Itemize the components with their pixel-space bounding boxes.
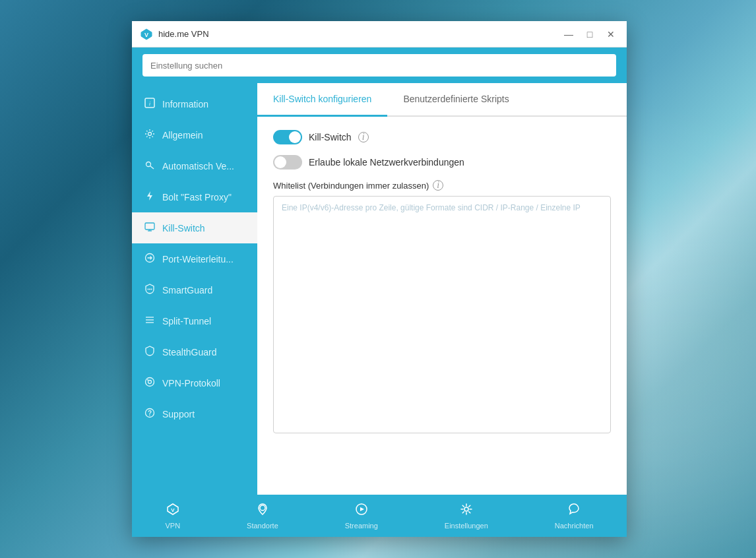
key-icon xyxy=(144,160,156,172)
nav-streaming-label: Streaming xyxy=(345,522,378,530)
window-controls: — □ ✕ xyxy=(561,26,619,42)
port-icon xyxy=(144,253,156,265)
kill-switch-toggle-row: Kill-Switch i xyxy=(273,130,611,144)
sidebar-item-label: Split-Tunnel xyxy=(162,316,211,326)
app-title: hide.me VPN xyxy=(158,29,561,39)
vpn-protokoll-icon xyxy=(144,377,156,389)
local-network-track[interactable] xyxy=(273,155,302,170)
nav-item-einstellungen[interactable]: Einstellungen xyxy=(434,497,499,535)
app-window: V hide.me VPN — □ ✕ i Information xyxy=(132,21,627,537)
bolt-icon xyxy=(144,191,156,203)
nav-einstellungen-label: Einstellungen xyxy=(445,522,488,530)
sidebar-item-label: Bolt "Fast Proxy" xyxy=(162,192,232,202)
minimize-button[interactable]: — xyxy=(561,26,577,42)
svg-text:V: V xyxy=(144,32,148,38)
svg-marker-7 xyxy=(147,191,152,201)
sidebar-item-label: Port-Weiterleitu... xyxy=(162,254,234,264)
smartguard-icon xyxy=(144,284,156,296)
svg-point-28 xyxy=(464,507,468,511)
monitor-icon xyxy=(144,222,156,234)
svg-point-20 xyxy=(147,379,148,381)
split-icon xyxy=(144,315,156,327)
close-button[interactable]: ✕ xyxy=(603,26,619,42)
kill-switch-thumb xyxy=(289,131,301,143)
sidebar-item-vpn-protokoll[interactable]: VPN-Protokoll xyxy=(132,367,257,398)
svg-point-18 xyxy=(146,378,154,387)
svg-text:V: V xyxy=(171,507,175,513)
support-icon: ? xyxy=(144,408,156,420)
sidebar-item-information[interactable]: i Information xyxy=(132,88,257,119)
sidebar-item-label: Automatisch Ve... xyxy=(162,161,234,171)
tabs-bar: Kill-Switch konfigurieren Benutzerdefini… xyxy=(257,83,627,117)
nav-vpn-icon: V xyxy=(166,503,179,519)
sidebar-item-split-tunnel[interactable]: Split-Tunnel xyxy=(132,305,257,336)
nav-item-nachrichten[interactable]: Nachrichten xyxy=(544,497,604,535)
svg-text:i: i xyxy=(149,100,151,107)
content-panel: Kill-Switch konfigurieren Benutzerdefini… xyxy=(257,83,627,495)
nav-vpn-label: VPN xyxy=(165,522,180,530)
nav-item-standorte[interactable]: Standorte xyxy=(236,497,289,535)
bottom-nav: V VPN Standorte Streaming Einstellungen xyxy=(132,495,627,537)
sidebar-item-label: VPN-Protokoll xyxy=(162,378,220,388)
svg-point-5 xyxy=(146,162,151,167)
nav-item-vpn[interactable]: V VPN xyxy=(154,497,191,535)
nav-standorte-icon xyxy=(256,503,269,519)
sidebar-item-port-weiterleitung[interactable]: Port-Weiterleitu... xyxy=(132,243,257,274)
kill-switch-label: Kill-Switch xyxy=(309,132,352,142)
svg-line-6 xyxy=(150,166,154,170)
svg-marker-27 xyxy=(360,507,364,511)
svg-point-14 xyxy=(151,289,152,290)
shield-icon xyxy=(144,346,156,358)
whitelist-info-icon[interactable]: i xyxy=(433,180,443,191)
local-network-thumb xyxy=(274,156,286,168)
title-bar: V hide.me VPN — □ ✕ xyxy=(132,21,627,47)
sidebar-item-smartguard[interactable]: SmartGuard xyxy=(132,274,257,305)
tab-kill-switch-konfig[interactable]: Kill-Switch konfigurieren xyxy=(257,83,387,117)
nav-item-streaming[interactable]: Streaming xyxy=(334,497,389,535)
sidebar-item-label: Information xyxy=(162,99,208,109)
maximize-button[interactable]: □ xyxy=(582,26,598,42)
local-network-label: Erlaube lokale Netzwerkverbindungen xyxy=(309,157,464,168)
gear-icon xyxy=(144,129,156,141)
nav-standorte-label: Standorte xyxy=(247,522,278,530)
nav-streaming-icon xyxy=(355,503,368,519)
settings-content: Kill-Switch i Erlaube lokale Netzwerkver… xyxy=(257,117,627,495)
svg-point-12 xyxy=(148,289,149,290)
svg-point-19 xyxy=(148,381,152,384)
local-network-toggle-row: Erlaube lokale Netzwerkverbindungen xyxy=(273,155,611,170)
main-content: i Information Allgemein Automatisch Ve..… xyxy=(132,83,627,495)
information-icon: i xyxy=(144,98,156,110)
sidebar: i Information Allgemein Automatisch Ve..… xyxy=(132,83,257,495)
svg-point-4 xyxy=(148,133,152,136)
whitelist-label: Whitelist (Verbindungen immer zulassen) … xyxy=(273,180,611,191)
sidebar-item-bolt[interactable]: Bolt "Fast Proxy" xyxy=(132,181,257,212)
tab-benutzerdefinierte[interactable]: Benutzerdefinierte Skripts xyxy=(387,83,524,117)
sidebar-item-label: StealthGuard xyxy=(162,347,217,357)
sidebar-item-kill-switch[interactable]: Kill-Switch xyxy=(132,212,257,243)
sidebar-item-label: SmartGuard xyxy=(162,285,212,295)
svg-point-25 xyxy=(260,505,265,511)
svg-point-13 xyxy=(149,289,150,290)
search-bar xyxy=(132,47,627,83)
search-input[interactable] xyxy=(142,54,616,77)
kill-switch-track[interactable] xyxy=(273,130,302,144)
sidebar-item-label: Kill-Switch xyxy=(162,223,205,233)
sidebar-item-label: Allgemein xyxy=(162,130,203,140)
whitelist-textarea[interactable] xyxy=(273,196,611,433)
nav-nachrichten-icon xyxy=(567,503,581,519)
sidebar-item-automatisch[interactable]: Automatisch Ve... xyxy=(132,150,257,181)
kill-switch-info-icon[interactable]: i xyxy=(358,132,369,142)
svg-text:?: ? xyxy=(148,410,152,417)
nav-einstellungen-icon xyxy=(460,503,473,519)
sidebar-item-stealthguard[interactable]: StealthGuard xyxy=(132,336,257,367)
app-logo: V xyxy=(140,28,153,41)
sidebar-item-label: Support xyxy=(162,409,195,419)
sidebar-item-support[interactable]: ? Support xyxy=(132,398,257,429)
nav-nachrichten-label: Nachrichten xyxy=(555,522,594,530)
svg-rect-8 xyxy=(145,223,154,230)
kill-switch-toggle[interactable] xyxy=(273,130,302,144)
local-network-toggle[interactable] xyxy=(273,155,302,170)
sidebar-item-allgemein[interactable]: Allgemein xyxy=(132,119,257,150)
